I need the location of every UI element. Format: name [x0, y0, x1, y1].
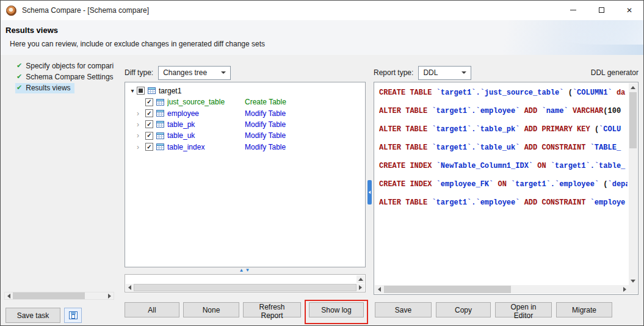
scrollbar-thumb[interactable]: [134, 284, 356, 291]
expander-icon[interactable]: ›: [137, 132, 145, 139]
chevron-down-icon: [461, 71, 466, 74]
ddl-horizontal-scrollbar[interactable]: [375, 285, 629, 294]
tree-item-name: table_uk: [167, 131, 245, 140]
check-icon: ✔: [16, 73, 22, 80]
ddl-code[interactable]: CREATE TABLE `target1`.`just_source_tabl…: [379, 89, 628, 284]
disk-icon: [69, 311, 78, 319]
checkbox-checked-icon[interactable]: ✓: [145, 109, 153, 117]
table-icon: [156, 120, 164, 128]
report-toolbar: Report type: DDL DDL generator: [374, 65, 639, 80]
checkbox-tristate-icon[interactable]: [137, 87, 145, 95]
arrow-down-icon[interactable]: ▼: [245, 267, 251, 273]
minimize-button[interactable]: [559, 1, 587, 20]
collapse-caret-icon[interactable]: ▾: [128, 87, 137, 94]
refresh-report-button[interactable]: Refresh Report: [243, 302, 301, 317]
sql-line: ALTER TABLE `target1`.`employee` ADD `na…: [379, 107, 628, 115]
page-title: Results views: [5, 26, 58, 35]
scrollbar-thumb[interactable]: [384, 286, 511, 293]
tree-row[interactable]: ✓just_source_tableCreate Table: [125, 96, 365, 107]
diff-type-label: Diff type:: [125, 68, 153, 77]
scroll-left-icon[interactable]: [375, 285, 383, 294]
tree-item-action: Create Table: [245, 98, 286, 106]
tree-row[interactable]: ›✓employeeModify Table: [125, 107, 365, 118]
diff-type-select[interactable]: Changes tree: [158, 66, 231, 80]
checkbox-checked-icon[interactable]: ✓: [145, 132, 153, 140]
close-icon: ✕: [626, 7, 632, 14]
maximize-button[interactable]: [587, 1, 615, 20]
ddl-vertical-scrollbar[interactable]: [629, 83, 637, 285]
splitter-collapse-arrows[interactable]: ▲▼: [125, 267, 366, 273]
tree-row[interactable]: ›✓table_ukModify Table: [125, 130, 365, 141]
chevron-down-icon: [221, 71, 226, 74]
tree-row[interactable]: ›✓table_indexModify Table: [125, 142, 365, 153]
tree-item-name: employee: [167, 109, 245, 118]
diff-detail-panel[interactable]: [125, 274, 366, 292]
detail-horizontal-scrollbar[interactable]: [126, 284, 364, 291]
tree-row[interactable]: ›✓table_pkModify Table: [125, 119, 365, 130]
scroll-up-icon[interactable]: [356, 275, 364, 283]
expander-icon[interactable]: ›: [137, 143, 145, 151]
page-subtitle: Here you can review, include or exclude …: [10, 40, 265, 48]
tree-item-name: just_source_table: [167, 98, 245, 106]
tree-item-action: Modify Table: [245, 131, 286, 140]
scroll-up-icon[interactable]: [629, 83, 637, 92]
table-icon: [156, 109, 164, 117]
checkbox-checked-icon[interactable]: ✓: [145, 98, 153, 106]
open-in-editor-button[interactable]: Open in Editor: [495, 302, 552, 317]
diff-tree[interactable]: ▾ target1 ✓just_source_tableCreate Table…: [125, 82, 366, 267]
scrollbar-thumb[interactable]: [13, 292, 85, 299]
expander-icon[interactable]: ›: [137, 121, 145, 128]
scroll-right-icon[interactable]: [106, 292, 114, 299]
sql-line: ALTER TABLE `target1`.`employee` ADD CON…: [379, 198, 628, 207]
checkbox-checked-icon[interactable]: ✓: [145, 143, 153, 151]
save-button[interactable]: Save: [375, 302, 432, 317]
check-icon: ✔: [16, 62, 22, 69]
close-button[interactable]: ✕: [615, 1, 643, 20]
expander-icon[interactable]: ›: [137, 110, 145, 117]
ddl-report[interactable]: CREATE TABLE `target1`.`just_source_tabl…: [374, 82, 639, 295]
sql-line: CREATE INDEX `NewTable_Column1_IDX` ON `…: [379, 162, 628, 170]
save-task-secondary-button[interactable]: [64, 308, 82, 323]
report-type-label: Report type:: [374, 68, 413, 77]
report-button-row: Save Copy Open in Editor Migrate: [375, 302, 612, 317]
step-results-views[interactable]: ✔ Results views: [4, 82, 115, 93]
collapse-left-icon: [369, 190, 371, 194]
scrollbar-corner: [629, 285, 637, 294]
titlebar[interactable]: Schema Compare - [Schema compare] ✕: [1, 1, 643, 20]
scrollbar-thumb[interactable]: [629, 92, 637, 148]
maximize-icon: [599, 7, 604, 13]
step-compare-settings[interactable]: ✔ Schema Compare Settings: [4, 71, 115, 82]
scroll-right-icon[interactable]: [356, 284, 364, 291]
none-button[interactable]: None: [183, 302, 239, 317]
table-icon: [156, 143, 164, 151]
sql-line: CREATE INDEX `employee_FK` ON `target1`.…: [379, 180, 628, 189]
scroll-down-icon[interactable]: [629, 277, 637, 285]
arrow-up-icon[interactable]: ▲: [239, 267, 245, 273]
show-log-button[interactable]: Show log: [309, 302, 364, 317]
scroll-right-icon[interactable]: [620, 285, 629, 294]
check-icon: ✔: [16, 84, 22, 91]
table-icon: [156, 132, 164, 140]
table-icon: [156, 98, 164, 106]
save-task-button[interactable]: Save task: [5, 308, 60, 323]
scroll-left-icon[interactable]: [5, 292, 13, 299]
tree-item-name: table_pk: [167, 120, 245, 129]
sidebar-horizontal-scrollbar[interactable]: [4, 292, 114, 300]
migrate-button[interactable]: Migrate: [556, 302, 612, 317]
copy-button[interactable]: Copy: [436, 302, 491, 317]
tree-root-row[interactable]: ▾ target1: [125, 85, 365, 96]
panel-collapse-handle[interactable]: [367, 180, 372, 205]
window-title: Schema Compare - [Schema compare]: [22, 6, 149, 15]
wizard-header: Results views Here you can review, inclu…: [1, 20, 643, 55]
checkbox-checked-icon[interactable]: ✓: [145, 120, 153, 128]
window-controls: ✕: [559, 1, 643, 20]
sql-line: CREATE TABLE `target1`.`just_source_tabl…: [379, 89, 628, 97]
report-type-select[interactable]: DDL: [418, 66, 471, 80]
tree-items: ✓just_source_tableCreate Table›✓employee…: [125, 96, 365, 153]
wizard-steps: ✔ Specify objects for compari ✔ Schema C…: [4, 60, 115, 93]
show-log-highlight-annotation: Show log: [305, 300, 368, 324]
scroll-left-icon[interactable]: [126, 284, 134, 291]
tree-item-action: Modify Table: [245, 143, 286, 151]
all-button[interactable]: All: [125, 302, 179, 317]
step-specify-objects[interactable]: ✔ Specify objects for compari: [4, 60, 115, 71]
